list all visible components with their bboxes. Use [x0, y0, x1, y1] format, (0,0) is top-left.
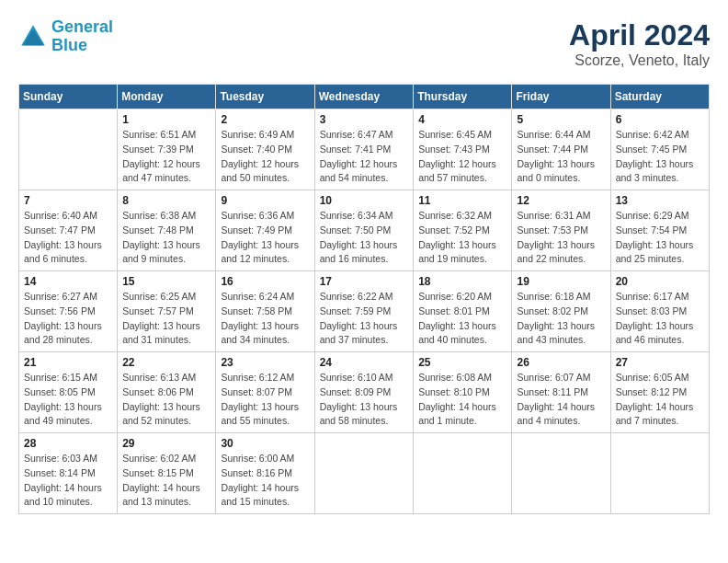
day-info: Sunrise: 6:25 AM Sunset: 7:57 PM Dayligh…	[122, 290, 210, 348]
calendar-cell: 19Sunrise: 6:18 AM Sunset: 8:02 PM Dayli…	[512, 271, 610, 352]
calendar-body: 1Sunrise: 6:51 AM Sunset: 7:39 PM Daylig…	[19, 109, 710, 514]
day-number: 26	[517, 356, 605, 369]
calendar-cell	[610, 433, 709, 514]
calendar-cell	[19, 109, 118, 190]
day-number: 25	[418, 356, 506, 369]
day-number: 30	[221, 437, 309, 450]
calendar-cell: 1Sunrise: 6:51 AM Sunset: 7:39 PM Daylig…	[118, 109, 216, 190]
calendar-cell: 28Sunrise: 6:03 AM Sunset: 8:14 PM Dayli…	[19, 433, 118, 514]
calendar-cell: 12Sunrise: 6:31 AM Sunset: 7:53 PM Dayli…	[512, 190, 610, 271]
calendar-header: SundayMondayTuesdayWednesdayThursdayFrid…	[19, 85, 710, 109]
week-row-4: 21Sunrise: 6:15 AM Sunset: 8:05 PM Dayli…	[19, 352, 710, 433]
day-number: 8	[122, 194, 210, 207]
day-info: Sunrise: 6:34 AM Sunset: 7:50 PM Dayligh…	[320, 209, 409, 267]
day-number: 7	[24, 194, 112, 207]
day-info: Sunrise: 6:02 AM Sunset: 8:15 PM Dayligh…	[122, 452, 210, 510]
calendar-cell	[414, 433, 512, 514]
day-number: 3	[320, 113, 409, 126]
calendar-table: SundayMondayTuesdayWednesdayThursdayFrid…	[18, 84, 710, 514]
day-info: Sunrise: 6:32 AM Sunset: 7:52 PM Dayligh…	[418, 209, 506, 267]
day-number: 5	[517, 113, 605, 126]
day-number: 6	[616, 113, 704, 126]
weekday-header-wednesday: Wednesday	[314, 85, 414, 109]
calendar-cell: 5Sunrise: 6:44 AM Sunset: 7:44 PM Daylig…	[512, 109, 610, 190]
day-number: 4	[418, 113, 506, 126]
weekday-row: SundayMondayTuesdayWednesdayThursdayFrid…	[19, 85, 710, 109]
calendar-cell: 24Sunrise: 6:10 AM Sunset: 8:09 PM Dayli…	[314, 352, 414, 433]
calendar-cell: 17Sunrise: 6:22 AM Sunset: 7:59 PM Dayli…	[314, 271, 414, 352]
week-row-3: 14Sunrise: 6:27 AM Sunset: 7:56 PM Dayli…	[19, 271, 710, 352]
day-number: 14	[24, 275, 112, 288]
weekday-header-friday: Friday	[512, 85, 610, 109]
calendar-cell: 14Sunrise: 6:27 AM Sunset: 7:56 PM Dayli…	[19, 271, 118, 352]
calendar-cell: 21Sunrise: 6:15 AM Sunset: 8:05 PM Dayli…	[19, 352, 118, 433]
day-info: Sunrise: 6:12 AM Sunset: 8:07 PM Dayligh…	[221, 371, 309, 429]
day-info: Sunrise: 6:13 AM Sunset: 8:06 PM Dayligh…	[122, 371, 210, 429]
calendar-cell	[314, 433, 414, 514]
day-number: 19	[517, 275, 605, 288]
calendar-cell: 30Sunrise: 6:00 AM Sunset: 8:16 PM Dayli…	[216, 433, 314, 514]
day-info: Sunrise: 6:31 AM Sunset: 7:53 PM Dayligh…	[517, 209, 605, 267]
calendar-cell: 22Sunrise: 6:13 AM Sunset: 8:06 PM Dayli…	[118, 352, 216, 433]
day-info: Sunrise: 6:38 AM Sunset: 7:48 PM Dayligh…	[122, 209, 210, 267]
day-info: Sunrise: 6:44 AM Sunset: 7:44 PM Dayligh…	[517, 128, 605, 186]
calendar-cell: 6Sunrise: 6:42 AM Sunset: 7:45 PM Daylig…	[610, 109, 709, 190]
day-number: 2	[221, 113, 309, 126]
svg-marker-1	[23, 29, 43, 46]
location: Scorze, Veneto, Italy	[569, 52, 710, 69]
day-info: Sunrise: 6:08 AM Sunset: 8:10 PM Dayligh…	[418, 371, 506, 429]
day-info: Sunrise: 6:29 AM Sunset: 7:54 PM Dayligh…	[616, 209, 704, 267]
day-info: Sunrise: 6:05 AM Sunset: 8:12 PM Dayligh…	[616, 371, 704, 429]
logo-text: General Blue	[51, 18, 113, 55]
day-info: Sunrise: 6:18 AM Sunset: 8:02 PM Dayligh…	[517, 290, 605, 348]
day-number: 20	[616, 275, 704, 288]
calendar-cell: 8Sunrise: 6:38 AM Sunset: 7:48 PM Daylig…	[118, 190, 216, 271]
day-info: Sunrise: 6:00 AM Sunset: 8:16 PM Dayligh…	[221, 452, 309, 510]
day-info: Sunrise: 6:10 AM Sunset: 8:09 PM Dayligh…	[320, 371, 409, 429]
day-number: 22	[122, 356, 210, 369]
logo-line2: Blue	[51, 36, 87, 54]
calendar-cell: 27Sunrise: 6:05 AM Sunset: 8:12 PM Dayli…	[610, 352, 709, 433]
day-info: Sunrise: 6:36 AM Sunset: 7:49 PM Dayligh…	[221, 209, 309, 267]
day-number: 18	[418, 275, 506, 288]
day-info: Sunrise: 6:45 AM Sunset: 7:43 PM Dayligh…	[418, 128, 506, 186]
calendar-cell: 7Sunrise: 6:40 AM Sunset: 7:47 PM Daylig…	[19, 190, 118, 271]
day-info: Sunrise: 6:24 AM Sunset: 7:58 PM Dayligh…	[221, 290, 309, 348]
calendar-cell: 2Sunrise: 6:49 AM Sunset: 7:40 PM Daylig…	[216, 109, 314, 190]
week-row-2: 7Sunrise: 6:40 AM Sunset: 7:47 PM Daylig…	[19, 190, 710, 271]
calendar-cell: 29Sunrise: 6:02 AM Sunset: 8:15 PM Dayli…	[118, 433, 216, 514]
calendar-cell: 25Sunrise: 6:08 AM Sunset: 8:10 PM Dayli…	[414, 352, 512, 433]
page-header: General Blue April 2024 Scorze, Veneto, …	[18, 18, 710, 69]
calendar-cell: 15Sunrise: 6:25 AM Sunset: 7:57 PM Dayli…	[118, 271, 216, 352]
calendar-cell: 10Sunrise: 6:34 AM Sunset: 7:50 PM Dayli…	[314, 190, 414, 271]
day-number: 24	[320, 356, 409, 369]
logo-icon	[18, 22, 48, 52]
day-info: Sunrise: 6:42 AM Sunset: 7:45 PM Dayligh…	[616, 128, 704, 186]
calendar-cell: 18Sunrise: 6:20 AM Sunset: 8:01 PM Dayli…	[414, 271, 512, 352]
day-number: 29	[122, 437, 210, 450]
month-title: April 2024	[569, 18, 710, 52]
calendar-cell: 9Sunrise: 6:36 AM Sunset: 7:49 PM Daylig…	[216, 190, 314, 271]
day-info: Sunrise: 6:15 AM Sunset: 8:05 PM Dayligh…	[24, 371, 112, 429]
day-info: Sunrise: 6:17 AM Sunset: 8:03 PM Dayligh…	[616, 290, 704, 348]
day-number: 1	[122, 113, 210, 126]
day-number: 17	[320, 275, 409, 288]
day-number: 23	[221, 356, 309, 369]
weekday-header-saturday: Saturday	[610, 85, 709, 109]
day-number: 11	[418, 194, 506, 207]
day-info: Sunrise: 6:51 AM Sunset: 7:39 PM Dayligh…	[122, 128, 210, 186]
calendar-cell: 16Sunrise: 6:24 AM Sunset: 7:58 PM Dayli…	[216, 271, 314, 352]
calendar-cell: 3Sunrise: 6:47 AM Sunset: 7:41 PM Daylig…	[314, 109, 414, 190]
day-info: Sunrise: 6:47 AM Sunset: 7:41 PM Dayligh…	[320, 128, 409, 186]
day-number: 9	[221, 194, 309, 207]
week-row-5: 28Sunrise: 6:03 AM Sunset: 8:14 PM Dayli…	[19, 433, 710, 514]
day-number: 15	[122, 275, 210, 288]
title-block: April 2024 Scorze, Veneto, Italy	[569, 18, 710, 69]
calendar-cell: 13Sunrise: 6:29 AM Sunset: 7:54 PM Dayli…	[610, 190, 709, 271]
calendar-cell: 11Sunrise: 6:32 AM Sunset: 7:52 PM Dayli…	[414, 190, 512, 271]
calendar-cell: 26Sunrise: 6:07 AM Sunset: 8:11 PM Dayli…	[512, 352, 610, 433]
logo: General Blue	[18, 18, 113, 55]
day-number: 12	[517, 194, 605, 207]
day-number: 27	[616, 356, 704, 369]
day-info: Sunrise: 6:27 AM Sunset: 7:56 PM Dayligh…	[24, 290, 112, 348]
